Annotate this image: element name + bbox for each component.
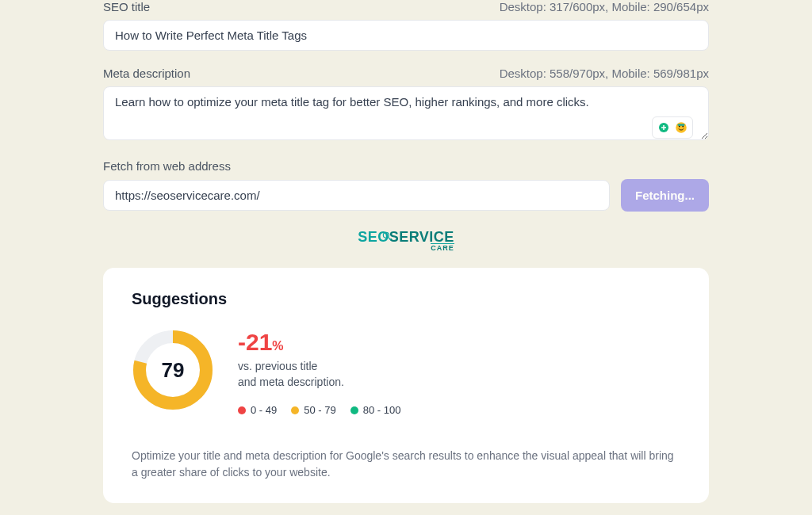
- logo-care: CARE: [431, 243, 454, 252]
- seo-title-counter: Desktop: 317/600px, Mobile: 290/654px: [500, 0, 709, 13]
- delta-block: -21% vs. previous title and meta descrip…: [238, 329, 400, 416]
- suggestions-heading: Suggestions: [132, 290, 680, 308]
- brand-logo: SEOSERVICE CARE: [358, 229, 454, 246]
- svg-rect-4: [678, 124, 685, 126]
- svg-line-6: [389, 238, 392, 241]
- legend-high: 80 - 100: [350, 404, 401, 416]
- svg-point-2: [679, 126, 680, 128]
- svg-point-3: [682, 126, 684, 128]
- advice-text: Optimize your title and meta description…: [132, 448, 680, 481]
- magnifier-icon: [381, 231, 393, 242]
- fetch-row: Fetching...: [103, 179, 709, 212]
- score-row: 79 -21% vs. previous title and meta desc…: [132, 329, 680, 416]
- fetch-button[interactable]: Fetching...: [621, 179, 709, 212]
- meta-desc-wrap: [103, 86, 709, 143]
- legend-low: 0 - 49: [238, 404, 277, 416]
- logo-se: SE: [358, 229, 377, 245]
- gauge-score-value: 79: [132, 329, 214, 411]
- score-legend: 0 - 49 50 - 79 80 - 100: [238, 404, 400, 416]
- meta-desc-group: Meta description Desktop: 558/970px, Mob…: [103, 67, 709, 143]
- svg-point-5: [383, 232, 389, 238]
- seo-title-group: SEO title Desktop: 317/600px, Mobile: 29…: [103, 0, 709, 51]
- dot-red-icon: [238, 406, 246, 414]
- seo-title-label: SEO title: [103, 0, 150, 13]
- fetch-url-input[interactable]: [103, 180, 610, 211]
- logo-row: SEOSERVICE CARE: [103, 229, 709, 246]
- add-idea-icon[interactable]: [656, 120, 672, 135]
- meta-desc-label: Meta description: [103, 67, 190, 80]
- svg-point-1: [676, 122, 687, 133]
- legend-mid: 50 - 79: [291, 404, 335, 416]
- emoji-icon[interactable]: [673, 120, 689, 135]
- fetch-label: Fetch from web address: [103, 159, 231, 173]
- logo-service: SERVICE: [389, 229, 454, 245]
- delta-pct: %: [272, 339, 283, 353]
- vs-line2: and meta description.: [238, 376, 344, 388]
- dot-green-icon: [350, 406, 358, 414]
- fetch-group: Fetch from web address Fetching...: [103, 159, 709, 212]
- seo-title-label-row: SEO title Desktop: 317/600px, Mobile: 29…: [103, 0, 709, 13]
- meta-desc-textarea[interactable]: [103, 86, 709, 140]
- delta-value: -21%: [238, 329, 400, 356]
- dot-yellow-icon: [291, 406, 299, 414]
- score-gauge: 79: [132, 329, 214, 411]
- meta-desc-counter: Desktop: 558/970px, Mobile: 569/981px: [500, 67, 709, 80]
- vs-text: vs. previous title and meta description.: [238, 359, 400, 390]
- delta-number: -21: [238, 329, 272, 355]
- fetch-label-row: Fetch from web address: [103, 159, 709, 173]
- legend-high-label: 80 - 100: [363, 404, 401, 416]
- legend-mid-label: 50 - 79: [304, 404, 335, 416]
- vs-line1: vs. previous title: [238, 360, 317, 372]
- meta-desc-label-row: Meta description Desktop: 558/970px, Mob…: [103, 67, 709, 80]
- legend-low-label: 0 - 49: [251, 404, 277, 416]
- suggestions-card: Suggestions 79 -21% vs. previous title a…: [103, 268, 709, 503]
- seo-title-input[interactable]: [103, 20, 709, 51]
- textarea-badges: [652, 116, 693, 139]
